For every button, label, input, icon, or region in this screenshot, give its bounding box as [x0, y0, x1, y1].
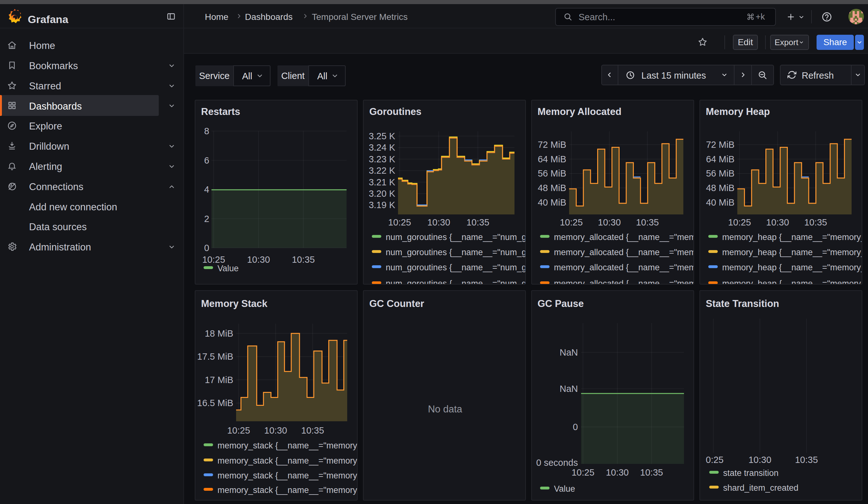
svg-text:0 seconds: 0 seconds — [536, 457, 578, 468]
svg-text:10:25: 10:25 — [388, 217, 411, 227]
svg-text:48 MiB: 48 MiB — [706, 183, 734, 193]
svg-text:3.23 K: 3.23 K — [369, 154, 395, 164]
svg-text:10:30: 10:30 — [606, 467, 629, 477]
svg-text:4: 4 — [204, 184, 209, 195]
svg-text:64 MiB: 64 MiB — [706, 154, 734, 164]
svg-text:40 MiB: 40 MiB — [538, 197, 566, 207]
svg-text:40 MiB: 40 MiB — [706, 197, 734, 207]
svg-text:56 MiB: 56 MiB — [538, 168, 566, 178]
svg-text:72 MiB: 72 MiB — [538, 140, 566, 150]
svg-text:48 MiB: 48 MiB — [538, 183, 566, 193]
svg-text:10:30: 10:30 — [598, 217, 621, 227]
svg-text:10:35: 10:35 — [640, 467, 663, 477]
svg-text:64 MiB: 64 MiB — [538, 154, 566, 164]
svg-text:0: 0 — [573, 422, 578, 432]
svg-text:6: 6 — [204, 155, 209, 165]
svg-text:10:30: 10:30 — [264, 425, 287, 435]
svg-text:72 MiB: 72 MiB — [706, 140, 734, 150]
svg-text:10:35: 10:35 — [301, 425, 324, 435]
svg-text:2: 2 — [204, 214, 209, 224]
svg-text:10:35: 10:35 — [795, 455, 818, 465]
svg-text:NaN: NaN — [560, 347, 578, 358]
svg-text:17.5 MiB: 17.5 MiB — [197, 351, 233, 362]
svg-text:10:30: 10:30 — [427, 217, 451, 227]
svg-text:10:25: 10:25 — [728, 217, 751, 227]
svg-text:3.24 K: 3.24 K — [369, 142, 395, 153]
svg-text:16.5 MiB: 16.5 MiB — [197, 398, 233, 408]
svg-text:8: 8 — [204, 126, 209, 136]
svg-text:56 MiB: 56 MiB — [706, 168, 734, 178]
svg-text:10:35: 10:35 — [804, 217, 827, 227]
svg-text:0: 0 — [204, 243, 209, 253]
svg-text:3.22 K: 3.22 K — [369, 165, 395, 176]
svg-text:17 MiB: 17 MiB — [205, 375, 233, 385]
svg-text:10:25: 10:25 — [572, 467, 595, 477]
svg-text:10:25: 10:25 — [227, 425, 250, 435]
svg-text:10:30: 10:30 — [748, 455, 772, 465]
svg-text:10:35: 10:35 — [292, 255, 315, 265]
svg-text:10:35: 10:35 — [636, 217, 659, 227]
svg-text:3.21 K: 3.21 K — [369, 177, 395, 187]
svg-text:0:25: 0:25 — [706, 455, 723, 465]
svg-text:3.19 K: 3.19 K — [369, 200, 395, 210]
svg-text:10:25: 10:25 — [202, 255, 225, 265]
svg-text:3.20 K: 3.20 K — [369, 188, 395, 199]
svg-text:18 MiB: 18 MiB — [205, 328, 233, 339]
svg-text:10:30: 10:30 — [766, 217, 789, 227]
svg-text:10:25: 10:25 — [560, 217, 583, 227]
svg-text:3.25 K: 3.25 K — [369, 131, 395, 141]
svg-text:NaN: NaN — [560, 384, 578, 394]
svg-text:10:30: 10:30 — [247, 255, 270, 265]
svg-text:10:35: 10:35 — [466, 217, 489, 227]
